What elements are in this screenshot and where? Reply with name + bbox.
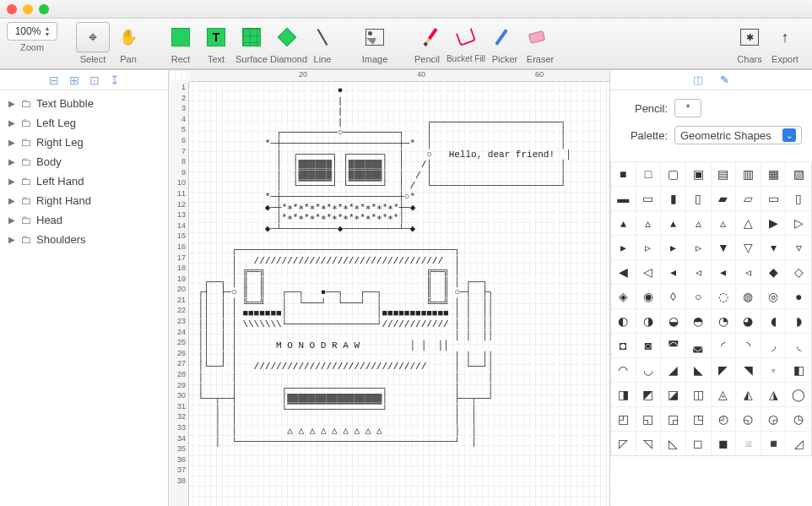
palette-glyph[interactable]: ◱ — [636, 406, 662, 431]
diamond-tool-button[interactable] — [270, 22, 304, 52]
palette-glyph[interactable]: ◷ — [786, 406, 811, 431]
palette-glyph[interactable]: ◵ — [736, 406, 761, 431]
palette-glyph[interactable]: ▼ — [712, 235, 737, 259]
palette-glyph[interactable]: ◕ — [736, 308, 761, 333]
inspector-tab-shape-icon[interactable]: ◫ — [693, 73, 703, 86]
palette-glyph[interactable]: ◓ — [686, 308, 712, 333]
palette-glyph[interactable]: ◡ — [636, 357, 662, 382]
palette-glyph[interactable]: ◂ — [661, 259, 686, 284]
palette-glyph[interactable]: ◃ — [736, 259, 761, 284]
surface-tool-button[interactable] — [235, 22, 268, 52]
palette-glyph[interactable]: ◛ — [686, 333, 712, 357]
palette-glyph[interactable]: ▽ — [736, 235, 761, 259]
palette-glyph[interactable]: ▵ — [636, 210, 662, 235]
layer-align-icon[interactable]: ⊟ — [49, 73, 59, 87]
palette-glyph[interactable]: ◴ — [712, 406, 737, 431]
layer-item[interactable]: ▶🗀Text Bubble — [0, 94, 168, 113]
palette-glyph[interactable]: ◥ — [736, 357, 761, 382]
palette-glyph[interactable]: ▴ — [661, 210, 686, 235]
layer-sort-icon[interactable]: ↧ — [110, 73, 120, 87]
palette-glyph[interactable]: ◒ — [661, 308, 686, 333]
palette-glyph[interactable]: ◪ — [661, 382, 686, 406]
palette-glyph[interactable]: ◈ — [611, 284, 636, 308]
palette-select[interactable]: Geometric Shapes ⌄ — [674, 126, 802, 144]
palette-glyph[interactable]: ◨ — [611, 382, 636, 406]
palette-glyph[interactable]: ▰ — [712, 186, 737, 210]
pencil-char-field[interactable]: * — [674, 99, 701, 117]
palette-glyph[interactable]: ◆ — [761, 259, 787, 284]
palette-glyph[interactable]: ◾ — [761, 431, 787, 455]
pencil-tool-button[interactable] — [414, 22, 447, 52]
palette-glyph[interactable]: ◘ — [611, 333, 636, 357]
palette-glyph[interactable]: ▮ — [661, 186, 686, 210]
palette-glyph[interactable]: ◩ — [636, 382, 662, 406]
palette-glyph[interactable]: ◫ — [686, 382, 712, 406]
palette-glyph[interactable]: ▭ — [636, 186, 662, 210]
palette-glyph[interactable]: ◹ — [636, 431, 662, 455]
palette-glyph[interactable]: ◭ — [736, 382, 761, 406]
zoom-window-button[interactable] — [39, 4, 49, 14]
palette-glyph[interactable]: ◇ — [786, 259, 811, 284]
select-tool-button[interactable]: ⌖ — [76, 22, 110, 52]
pan-tool-button[interactable]: ✋ — [111, 22, 145, 52]
palette-glyph[interactable]: ◖ — [761, 308, 787, 333]
text-tool-button[interactable]: T — [199, 22, 233, 52]
layer-item[interactable]: ▶🗀Left Leg — [0, 113, 168, 133]
palette-glyph[interactable]: ◐ — [611, 308, 636, 333]
palette-glyph[interactable]: ◯ — [786, 382, 811, 406]
layer-group-icon[interactable]: ⊞ — [69, 73, 79, 87]
bucket-tool-button[interactable] — [449, 22, 483, 52]
palette-glyph[interactable]: ▶ — [761, 210, 787, 235]
layer-item[interactable]: ▶🗀Shoulders — [0, 230, 168, 249]
palette-glyph[interactable]: ▹ — [636, 235, 662, 259]
chars-button[interactable]: ✱ — [733, 22, 766, 52]
palette-glyph[interactable]: ◻ — [686, 431, 712, 455]
palette-glyph[interactable]: ◢ — [661, 357, 686, 382]
zoom-field[interactable]: 100% ▴▾ — [7, 22, 57, 41]
palette-glyph[interactable]: ■ — [611, 161, 636, 186]
palette-glyph[interactable]: ◬ — [712, 382, 737, 406]
palette-glyph[interactable]: △ — [736, 210, 761, 235]
palette-glyph[interactable]: ▵ — [712, 210, 737, 235]
palette-glyph[interactable]: ▦ — [761, 161, 787, 186]
line-tool-button[interactable] — [306, 22, 339, 52]
palette-glyph[interactable]: ◝ — [736, 333, 761, 357]
palette-glyph[interactable]: ◦ — [761, 357, 787, 382]
palette-glyph[interactable]: ◣ — [686, 357, 712, 382]
palette-glyph[interactable]: ▧ — [786, 161, 811, 186]
canvas[interactable]: 20 40 60 1234567891011121314151617181920… — [169, 70, 609, 506]
palette-glyph[interactable]: ● — [786, 284, 811, 308]
palette-glyph[interactable]: ▥ — [736, 161, 761, 186]
palette-glyph[interactable]: ◿ — [786, 431, 811, 455]
eraser-tool-button[interactable] — [520, 22, 554, 52]
palette-glyph[interactable]: ▱ — [736, 186, 761, 210]
palette-glyph[interactable]: ◞ — [761, 333, 787, 357]
palette-glyph[interactable]: ◳ — [686, 406, 712, 431]
picker-tool-button[interactable] — [484, 22, 518, 52]
palette-glyph[interactable]: ◑ — [636, 308, 662, 333]
palette-glyph[interactable]: ◟ — [786, 333, 811, 357]
palette-glyph[interactable]: ▹ — [686, 235, 712, 259]
ascii-drawing[interactable]: ● | | | ┌───────────────────────┐ ┌─────… — [192, 85, 571, 447]
palette-glyph[interactable]: ▷ — [786, 210, 811, 235]
palette-glyph[interactable]: ◜ — [712, 333, 737, 357]
close-window-button[interactable] — [7, 4, 17, 14]
layer-item[interactable]: ▶🗀Left Hand — [0, 171, 168, 191]
minimize-window-button[interactable] — [23, 4, 33, 14]
palette-glyph[interactable]: ◎ — [761, 284, 787, 308]
palette-glyph[interactable]: ▯ — [686, 186, 712, 210]
palette-glyph[interactable]: ◤ — [712, 357, 737, 382]
palette-glyph[interactable]: ◊ — [661, 284, 686, 308]
palette-glyph[interactable]: ◸ — [611, 431, 636, 455]
palette-glyph[interactable]: ◠ — [611, 357, 636, 382]
palette-glyph[interactable]: ◽ — [736, 431, 761, 455]
palette-glyph[interactable]: ▿ — [786, 235, 811, 259]
palette-glyph[interactable]: ◗ — [786, 308, 811, 333]
rect-tool-button[interactable] — [164, 22, 198, 52]
palette-glyph[interactable]: ▢ — [661, 161, 686, 186]
palette-glyph[interactable]: ◺ — [661, 431, 686, 455]
palette-glyph[interactable]: ▾ — [761, 235, 787, 259]
palette-glyph[interactable]: ◁ — [636, 259, 662, 284]
palette-glyph[interactable]: ▸ — [611, 235, 636, 259]
palette-glyph[interactable]: ◔ — [712, 308, 737, 333]
